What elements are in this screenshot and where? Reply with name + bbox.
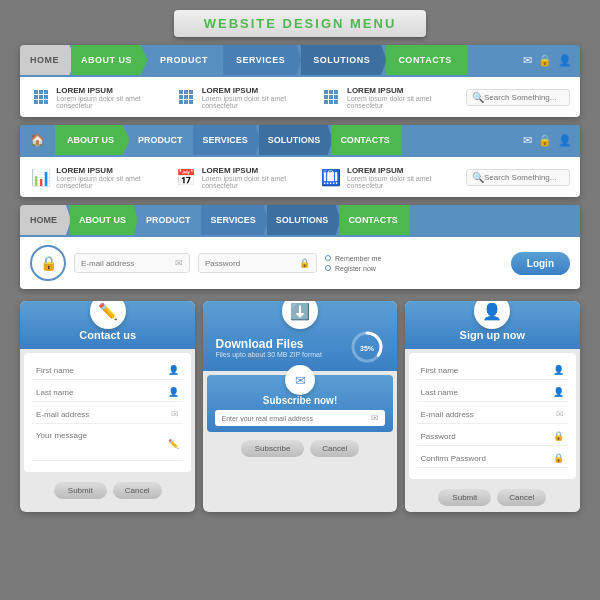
signup-last-name-input[interactable] xyxy=(421,388,549,397)
email-contact-input[interactable] xyxy=(36,410,167,419)
remember-me-option[interactable]: Remember me xyxy=(325,255,381,262)
signup-form-body: 👤 👤 ✉ 🔒 🔒 xyxy=(409,353,576,479)
register-option[interactable]: Register now xyxy=(325,265,381,272)
login-button[interactable]: Login xyxy=(511,252,570,275)
contact-panel-title: Contact us xyxy=(79,329,136,341)
nav-contacts-1[interactable]: CONTACTS xyxy=(382,45,467,75)
signup-confirm-field[interactable]: 🔒 xyxy=(417,449,568,468)
content-block-2: LOREM IPSUM Lorem ipsum dolor sit amet c… xyxy=(175,85,310,109)
message-field[interactable]: ✏️ xyxy=(32,427,183,461)
signup-last-name-field[interactable]: 👤 xyxy=(417,383,568,402)
grid-icon-2 xyxy=(175,85,196,109)
nav-product-2[interactable]: PRODUCT xyxy=(126,125,195,155)
envelope-sub-icon: ✉ xyxy=(371,413,379,423)
subscribe-input-wrap[interactable]: ✉ xyxy=(215,410,384,426)
lorem-sub-6: Lorem ipsum dolor sit amet consectetur xyxy=(347,175,456,189)
contact-cancel-button[interactable]: Cancel xyxy=(113,482,162,499)
user-icon-circle: 👤 xyxy=(474,301,510,329)
signup-first-name-input[interactable] xyxy=(421,366,549,375)
nav-about-2[interactable]: ABOUT US xyxy=(55,125,130,155)
subscribe-cancel-button[interactable]: Cancel xyxy=(310,440,359,457)
nav-section-2: 🏠 ABOUT US PRODUCT SERVICES SOLUTIONS CO… xyxy=(20,125,580,197)
nav-product-1[interactable]: PRODUCT xyxy=(144,45,224,75)
nav-home-1[interactable]: HOME xyxy=(20,45,75,75)
register-radio[interactable] xyxy=(325,265,331,271)
page-title: WEBSITE DESIGN MENU xyxy=(204,16,397,31)
text-block-2: LOREM IPSUM Lorem ipsum dolor sit amet c… xyxy=(202,86,311,109)
remember-label: Remember me xyxy=(335,255,381,262)
nav-services-2[interactable]: SERVICES xyxy=(191,125,260,155)
nav-content-1: LOREM IPSUM Lorem ipsum dolor sit amet c… xyxy=(20,75,580,117)
nav-about-3[interactable]: ABOUT US xyxy=(67,205,138,235)
subscribe-button[interactable]: Subscribe xyxy=(241,440,305,457)
nav-product-3[interactable]: PRODUCT xyxy=(134,205,203,235)
password-input[interactable] xyxy=(205,259,295,268)
nav-home-3[interactable]: HOME xyxy=(20,205,71,235)
contact-submit-button[interactable]: Submit xyxy=(54,482,107,499)
search-input-2[interactable] xyxy=(484,173,564,182)
nav-services-1[interactable]: SERVICES xyxy=(220,45,301,75)
nav-solutions-1[interactable]: SOLUTIONS xyxy=(297,45,386,75)
last-name-input[interactable] xyxy=(36,388,164,397)
download-subtitle: Files upto about 30 MB ZIP format xyxy=(215,351,321,358)
signup-panel-header: 👤 Sign up now xyxy=(405,301,580,349)
signup-password-field[interactable]: 🔒 xyxy=(417,427,568,446)
envelope-icon[interactable]: ✉ xyxy=(523,54,532,67)
nav-services-3[interactable]: SERVICES xyxy=(199,205,268,235)
last-name-field[interactable]: 👤 xyxy=(32,383,183,402)
signup-first-name-field[interactable]: 👤 xyxy=(417,361,568,380)
nav-icons-2: ✉ 🔒 👤 xyxy=(523,125,580,155)
search-box-2[interactable]: 🔍 xyxy=(466,169,570,186)
search-box-1[interactable]: 🔍 xyxy=(466,89,570,106)
nav-solutions-2[interactable]: SOLUTIONS xyxy=(256,125,333,155)
pencil-icon-circle: ✏️ xyxy=(90,301,126,329)
content-block-5: 📅 LOREM IPSUM Lorem ipsum dolor sit amet… xyxy=(175,165,310,189)
user-icon[interactable]: 👤 xyxy=(558,54,572,67)
signup-confirm-input[interactable] xyxy=(421,454,549,463)
subscribe-field-row: ✉ xyxy=(215,410,384,426)
lock-icon-2[interactable]: 🔒 xyxy=(538,134,552,147)
email-field[interactable]: ✉ xyxy=(74,253,190,273)
email-contact-field[interactable]: ✉ xyxy=(32,405,183,424)
lorem-title-4: LOREM IPSUM xyxy=(56,166,165,175)
search-input-1[interactable] xyxy=(484,93,564,102)
nav-solutions-3[interactable]: SOLUTIONS xyxy=(264,205,341,235)
subscribe-input[interactable] xyxy=(221,415,366,422)
message-input[interactable] xyxy=(36,431,164,456)
nav-contacts-3[interactable]: CONTACTS xyxy=(336,205,409,235)
user-icon-field: 👤 xyxy=(168,365,179,375)
download-title: Download Files xyxy=(215,337,321,351)
envelope-icon-2[interactable]: ✉ xyxy=(523,134,532,147)
envelope-icon-circle: ✉ xyxy=(285,365,315,395)
lock-icon[interactable]: 🔒 xyxy=(538,54,552,67)
login-content: 🔒 ✉ 🔒 Remember me Register now Login xyxy=(20,235,580,289)
signup-cancel-button[interactable]: Cancel xyxy=(497,489,546,506)
nav-content-2: 📊 LOREM IPSUM Lorem ipsum dolor sit amet… xyxy=(20,155,580,197)
nav-contacts-2[interactable]: CONTACTS xyxy=(328,125,401,155)
lorem-title-2: LOREM IPSUM xyxy=(202,86,311,95)
content-block-6: 🛄 LOREM IPSUM Lorem ipsum dolor sit amet… xyxy=(321,165,456,189)
signup-submit-button[interactable]: Submit xyxy=(438,489,491,506)
signup-email-field[interactable]: ✉ xyxy=(417,405,568,424)
remember-radio[interactable] xyxy=(325,255,331,261)
first-name-input[interactable] xyxy=(36,366,164,375)
lorem-title-5: LOREM IPSUM xyxy=(202,166,311,175)
signup-email-input[interactable] xyxy=(421,410,552,419)
email-icon-field: ✉ xyxy=(171,409,179,419)
email-input[interactable] xyxy=(81,259,171,268)
svg-text:35%: 35% xyxy=(360,345,375,352)
nav-home-2[interactable]: 🏠 xyxy=(20,125,55,155)
content-block-3: LOREM IPSUM Lorem ipsum dolor sit amet c… xyxy=(321,85,456,109)
user-signup-icon: 👤 xyxy=(553,365,564,375)
password-field[interactable]: 🔒 xyxy=(198,253,317,273)
lorem-sub-1: Lorem ipsum dolor sit amet consectetur xyxy=(56,95,165,109)
first-name-field[interactable]: 👤 xyxy=(32,361,183,380)
user-icon-2[interactable]: 👤 xyxy=(558,134,572,147)
download-icon-circle: ⬇️ xyxy=(282,301,318,329)
grid-icon-1 xyxy=(30,85,51,109)
nav-about-1[interactable]: ABOUT US xyxy=(71,45,148,75)
lorem-sub-3: Lorem ipsum dolor sit amet consectetur xyxy=(347,95,456,109)
lorem-title-6: LOREM IPSUM xyxy=(347,166,456,175)
lorem-sub-4: Lorem ipsum dolor sit amet consectetur xyxy=(56,175,165,189)
signup-password-input[interactable] xyxy=(421,432,549,441)
